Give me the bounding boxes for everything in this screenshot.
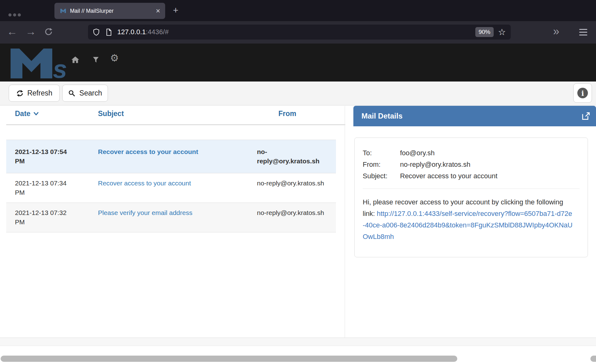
field-from: From:no-reply@ory.kratos.sh <box>363 159 580 170</box>
mail-row-selected[interactable]: 2021-12-13 07:54 PM Recover access to yo… <box>6 140 336 173</box>
column-header-date[interactable]: Date <box>15 110 39 118</box>
mail-row[interactable]: 2021-12-13 07:34 PM Recover access to yo… <box>6 173 336 203</box>
footer-strip <box>0 338 596 346</box>
window-dot[interactable] <box>18 13 21 16</box>
horizontal-scrollbar-thumb[interactable] <box>1 356 457 362</box>
mailslurper-logo: s <box>6 48 75 79</box>
date-header-label: Date <box>15 110 30 118</box>
list-toolbar: Refresh Search i <box>0 82 596 105</box>
filter-icon[interactable] <box>92 56 100 63</box>
mail-row[interactable]: 2021-12-13 07:32 PM Please verify your e… <box>6 203 336 232</box>
field-subject: Subject:Recover access to your account <box>363 170 580 182</box>
svg-text:s: s <box>53 55 67 79</box>
tab-title: Mail // MailSlurper <box>70 8 156 14</box>
url-bar[interactable]: 127.0.0.1:4436/# 90% ☆ <box>88 25 511 40</box>
search-label: Search <box>79 89 102 97</box>
card-divider <box>363 189 580 189</box>
page-icon[interactable] <box>105 28 112 36</box>
column-header-subject[interactable]: Subject <box>98 110 124 118</box>
mail-details-card: To:foo@ory.sh From:no-reply@ory.kratos.s… <box>354 138 588 257</box>
from-value: no-reply@ory.kratos.sh <box>400 161 470 168</box>
settings-gear-icon[interactable]: ⚙ <box>110 52 119 64</box>
bookmark-star-icon[interactable]: ☆ <box>498 27 506 37</box>
browser-tab-bar: Mail // MailSlurper × + <box>0 0 596 21</box>
window-dot[interactable] <box>13 13 16 16</box>
info-button[interactable]: i <box>573 83 592 103</box>
url-path: :4436/# <box>146 28 169 36</box>
field-to: To:foo@ory.sh <box>363 147 580 159</box>
mail-subject-link[interactable]: Recover access to your account <box>98 148 198 155</box>
refresh-label: Refresh <box>27 89 53 97</box>
app-header: s ⚙ <box>0 44 596 82</box>
from-label: From: <box>363 159 400 170</box>
window-dot[interactable] <box>8 13 12 16</box>
mail-subject-link[interactable]: Please verify your email address <box>98 209 192 216</box>
back-icon[interactable]: ← <box>7 26 17 38</box>
mail-date: 2021-12-13 07:32 PM <box>6 203 89 232</box>
tab-close-icon[interactable]: × <box>156 7 160 15</box>
mail-date: 2021-12-13 07:34 PM <box>6 173 89 203</box>
search-button[interactable]: Search <box>62 85 108 102</box>
browser-tab[interactable]: Mail // MailSlurper × <box>54 3 165 19</box>
mail-body: Hi, please recover access to your accoun… <box>363 196 574 242</box>
column-header-from[interactable]: From <box>278 110 296 118</box>
search-icon <box>68 90 76 97</box>
mail-date: 2021-12-13 07:54 PM <box>6 140 89 173</box>
new-tab-icon[interactable]: + <box>173 5 179 16</box>
sort-desc-chevron-icon <box>34 112 39 115</box>
to-label: To: <box>363 147 400 159</box>
mail-list: 2021-12-13 07:54 PM Recover access to yo… <box>6 140 336 232</box>
home-icon[interactable] <box>71 55 80 64</box>
mailslurper-window: Mail // MailSlurper × + ← → 127.0.0.1:44… <box>0 0 596 364</box>
recovery-link[interactable]: http://127.0.0.1:4433/self-service/recov… <box>363 210 572 240</box>
open-external-icon[interactable] <box>581 111 590 121</box>
zoom-level-badge[interactable]: 90% <box>475 27 494 37</box>
mail-from: no-reply@ory.kratos.sh <box>249 140 336 173</box>
refresh-button[interactable]: Refresh <box>9 85 60 102</box>
mail-subject-link[interactable]: Recover access to your account <box>98 180 191 187</box>
subject-label: Subject: <box>363 170 400 182</box>
info-icon: i <box>577 88 588 98</box>
from-header-label: From <box>278 110 296 118</box>
menu-icon[interactable] <box>579 29 587 37</box>
refresh-icon <box>16 90 24 97</box>
browser-navbar: ← → 127.0.0.1:4436/# 90% ☆ » <box>0 21 596 44</box>
toolbar-overflow-icon[interactable]: » <box>553 25 559 38</box>
scrollbar-corner[interactable] <box>590 356 596 362</box>
mail-details-header: Mail Details <box>353 106 596 126</box>
mail-details-title: Mail Details <box>353 106 596 126</box>
forward-icon[interactable]: → <box>26 26 36 38</box>
reload-icon[interactable] <box>44 27 53 36</box>
subject-value: Recover access to your account <box>400 172 497 180</box>
mailslurper-favicon <box>60 8 66 14</box>
mail-from: no-reply@ory.kratos.sh <box>249 173 336 203</box>
list-header-divider <box>6 124 345 125</box>
to-value: foo@ory.sh <box>400 149 435 157</box>
mail-from: no-reply@ory.kratos.sh <box>249 203 336 232</box>
url-host: 127.0.0.1 <box>117 28 146 36</box>
shield-icon[interactable] <box>92 28 100 36</box>
window-controls[interactable] <box>8 13 21 16</box>
url-text[interactable]: 127.0.0.1:4436/# <box>117 28 169 36</box>
panel-divider <box>345 106 345 338</box>
subject-header-label: Subject <box>98 110 124 118</box>
